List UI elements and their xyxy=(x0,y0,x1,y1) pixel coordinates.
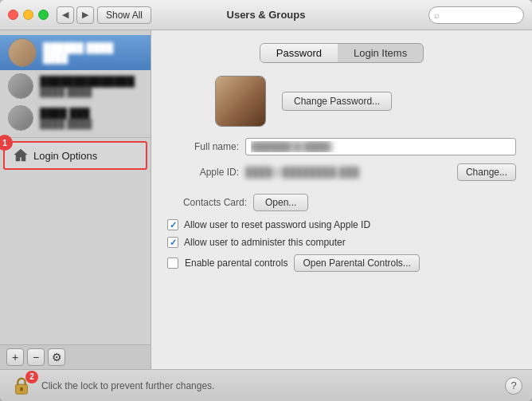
user-role: ████ xyxy=(43,53,113,63)
avatar xyxy=(8,38,37,67)
badge-1: 1 xyxy=(0,135,13,151)
open-parental-button[interactable]: Open Parental Controls... xyxy=(294,254,419,272)
nav-buttons: ◀ ▶ xyxy=(57,6,94,24)
close-button[interactable] xyxy=(8,10,18,20)
full-name-input[interactable] xyxy=(245,138,516,155)
traffic-lights xyxy=(8,10,49,20)
main-window: ◀ ▶ Show All Users & Groups ⌕ ██████ ███… xyxy=(0,0,532,401)
reset-password-checkbox[interactable] xyxy=(167,219,178,230)
administer-label: Allow user to administer this computer xyxy=(184,237,346,248)
sidebar-toolbar: + − ⚙ xyxy=(0,344,151,369)
titlebar: ◀ ▶ Show All Users & Groups ⌕ xyxy=(0,0,532,30)
full-name-row: Full name: xyxy=(167,138,516,155)
sidebar: ██████ ████ ████ ██████████████ ████ ███… xyxy=(0,30,151,369)
maximize-button[interactable] xyxy=(38,10,49,20)
avatar-image xyxy=(9,106,33,130)
user-role: ████ ████ xyxy=(40,87,135,96)
tab-bar: Password Login Items xyxy=(167,43,516,63)
avatar-image xyxy=(9,39,36,66)
svg-rect-1 xyxy=(20,387,23,391)
lock-button[interactable]: 2 xyxy=(10,374,33,398)
user-info: ██████ ████ ████ xyxy=(43,42,113,63)
tab-password[interactable]: Password xyxy=(260,44,338,62)
user-header: Change Password... xyxy=(167,76,516,127)
avatar xyxy=(8,105,33,131)
form-section: Full name: Apple ID: ████@████████.███ C… xyxy=(167,138,516,181)
parental-checkbox[interactable] xyxy=(167,258,178,269)
search-input[interactable] xyxy=(428,6,524,24)
contacts-row: Contacts Card: Open... xyxy=(167,194,516,211)
tab-login-items[interactable]: Login Items xyxy=(338,44,423,62)
sidebar-item-user2[interactable]: ██████████████ ████ ████ xyxy=(0,70,151,102)
user-name: ██████████████ xyxy=(40,76,135,87)
house-icon xyxy=(13,147,29,163)
lock-text: Click the lock to prevent further change… xyxy=(41,380,497,391)
search-icon: ⌕ xyxy=(434,10,440,21)
contacts-label: Contacts Card: xyxy=(167,197,247,208)
help-button[interactable]: ? xyxy=(505,377,522,395)
login-options-label: Login Options xyxy=(33,150,97,162)
change-apple-id-button[interactable]: Change... xyxy=(457,163,516,181)
user-info: ██████████████ ████ ████ xyxy=(40,76,135,96)
window-title: Users & Groups xyxy=(227,9,306,21)
bottom-bar: 2 Click the lock to prevent further chan… xyxy=(0,369,532,401)
search-box: ⌕ xyxy=(428,6,524,24)
back-button[interactable]: ◀ xyxy=(57,6,74,24)
action-button[interactable]: ⚙ xyxy=(48,348,65,366)
show-all-button[interactable]: Show All xyxy=(97,6,151,24)
checkbox-row-reset-password: Allow user to reset password using Apple… xyxy=(167,219,516,230)
user-list: ██████ ████ ████ ██████████████ ████ ███… xyxy=(0,30,151,344)
open-contacts-button[interactable]: Open... xyxy=(253,194,308,211)
parental-label: Enable parental controls xyxy=(185,258,288,269)
main-panel: Password Login Items Change Password... … xyxy=(151,30,532,369)
user-role: ████ ████ xyxy=(40,119,92,128)
minimize-button[interactable] xyxy=(23,10,33,20)
checkbox-row-administer: Allow user to administer this computer xyxy=(167,237,516,248)
sidebar-item-login-options[interactable]: 1 Login Options xyxy=(3,141,147,170)
administer-checkbox[interactable] xyxy=(167,237,178,248)
checkbox-section: Allow user to reset password using Apple… xyxy=(167,219,516,272)
sidebar-item-user1[interactable]: ██████ ████ ████ xyxy=(0,35,151,70)
badge-2: 2 xyxy=(25,371,38,383)
full-name-label: Full name: xyxy=(167,141,239,152)
avatar xyxy=(8,73,33,99)
tab-group: Password Login Items xyxy=(260,43,424,63)
forward-button[interactable]: ▶ xyxy=(76,6,94,24)
main-avatar xyxy=(215,76,266,127)
remove-user-button[interactable]: − xyxy=(27,348,45,366)
change-password-button[interactable]: Change Password... xyxy=(282,92,392,111)
add-user-button[interactable]: + xyxy=(6,348,24,366)
user-name: ████ ███ xyxy=(40,108,92,119)
user-name: ██████ ████ xyxy=(43,42,113,53)
sidebar-item-user3[interactable]: ████ ███ ████ ████ xyxy=(0,102,151,134)
reset-password-label: Allow user to reset password using Apple… xyxy=(184,219,370,230)
apple-id-label: Apple ID: xyxy=(167,167,239,178)
user-info: ████ ███ ████ ████ xyxy=(40,108,92,128)
apple-id-value: ████@████████.███ xyxy=(245,167,451,178)
avatar-image xyxy=(9,74,33,98)
apple-id-row: Apple ID: ████@████████.███ Change... xyxy=(167,163,516,181)
parental-row: Enable parental controls Open Parental C… xyxy=(167,254,516,272)
sidebar-divider xyxy=(0,137,151,138)
content-area: ██████ ████ ████ ██████████████ ████ ███… xyxy=(0,30,532,369)
main-avatar-image xyxy=(216,77,265,126)
